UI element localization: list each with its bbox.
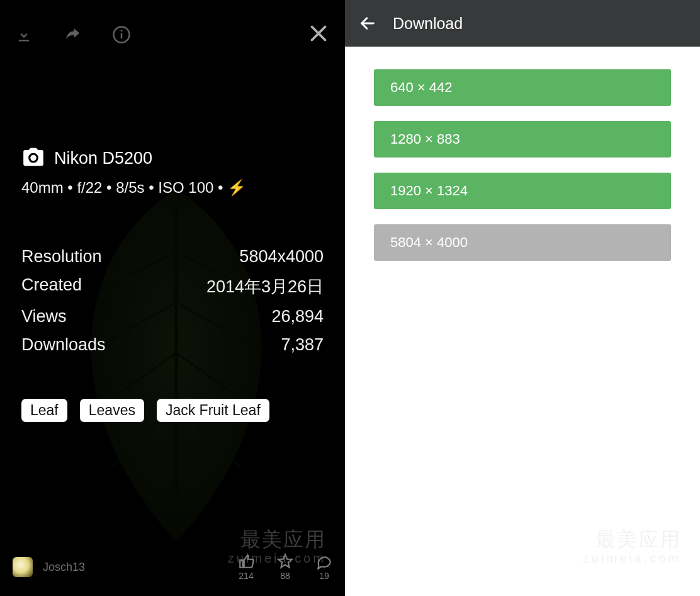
comment-count: 19 xyxy=(319,571,329,581)
stat-value: 2014年3月26日 xyxy=(206,275,324,298)
tags-row: Leaf Leaves Jack Fruit Leaf xyxy=(0,399,345,422)
download-screen: Download 640 × 442 1280 × 883 1920 × 132… xyxy=(345,0,700,596)
watermark-text: 最美应用 xyxy=(583,528,681,551)
like-count: 214 xyxy=(239,571,253,581)
watermark-text: 最美应用 xyxy=(228,528,326,551)
download-size-option[interactable]: 1920 × 1324 xyxy=(374,173,671,209)
close-icon[interactable] xyxy=(307,22,330,47)
comment-icon xyxy=(316,553,332,570)
stat-value: 26,894 xyxy=(271,307,324,326)
stat-label: Resolution xyxy=(21,247,102,266)
watermark-url: zuimeia.com xyxy=(583,551,681,566)
download-size-option[interactable]: 1280 × 883 xyxy=(374,121,671,158)
stat-value: 5804x4000 xyxy=(239,247,324,266)
star-icon xyxy=(277,553,293,570)
avatar[interactable] xyxy=(13,557,33,577)
stat-label: Created xyxy=(21,275,82,298)
download-options: 640 × 442 1280 × 883 1920 × 1324 5804 × … xyxy=(345,47,700,261)
watermark: 最美应用 zuimeia.com xyxy=(583,528,681,566)
detail-topbar xyxy=(0,0,345,50)
like-button[interactable]: 214 xyxy=(238,553,254,581)
tag-chip[interactable]: Jack Fruit Leaf xyxy=(157,399,269,422)
tag-chip[interactable]: Leaf xyxy=(21,399,67,422)
camera-info: Nikon D5200 40mm • f/22 • 8/5s • ISO 100… xyxy=(0,145,345,197)
image-stats: Resolution 5804x4000 Created 2014年3月26日 … xyxy=(0,247,345,355)
tag-chip[interactable]: Leaves xyxy=(80,399,144,422)
favorite-count: 88 xyxy=(280,571,290,581)
favorite-button[interactable]: 88 xyxy=(277,553,293,581)
download-icon[interactable] xyxy=(15,26,33,43)
download-header: Download xyxy=(345,0,700,47)
username[interactable]: Josch13 xyxy=(43,561,85,574)
stat-created: Created 2014年3月26日 xyxy=(21,275,324,298)
detail-bottom-bar: Josch13 214 88 19 xyxy=(0,553,345,581)
info-icon[interactable] xyxy=(112,25,131,44)
stat-resolution: Resolution 5804x4000 xyxy=(21,247,324,266)
image-detail-screen: Nikon D5200 40mm • f/22 • 8/5s • ISO 100… xyxy=(0,0,345,596)
svg-point-2 xyxy=(121,30,123,32)
share-icon[interactable] xyxy=(63,25,82,44)
stat-label: Downloads xyxy=(21,335,106,355)
background-leaf-image xyxy=(38,176,315,554)
camera-model: Nikon D5200 xyxy=(54,149,152,168)
camera-icon xyxy=(21,145,45,171)
comment-button[interactable]: 19 xyxy=(316,553,332,581)
download-size-option-disabled[interactable]: 5804 × 4000 xyxy=(374,224,671,261)
exif-settings: 40mm • f/22 • 8/5s • ISO 100 • ⚡ xyxy=(21,179,324,197)
thumbs-up-icon xyxy=(238,553,254,570)
stat-downloads: Downloads 7,387 xyxy=(21,335,324,355)
stat-value: 7,387 xyxy=(281,335,324,355)
stat-label: Views xyxy=(21,307,67,326)
stat-views: Views 26,894 xyxy=(21,307,324,326)
back-icon[interactable] xyxy=(359,14,376,32)
page-title: Download xyxy=(393,14,463,33)
download-size-option[interactable]: 640 × 442 xyxy=(374,69,671,106)
